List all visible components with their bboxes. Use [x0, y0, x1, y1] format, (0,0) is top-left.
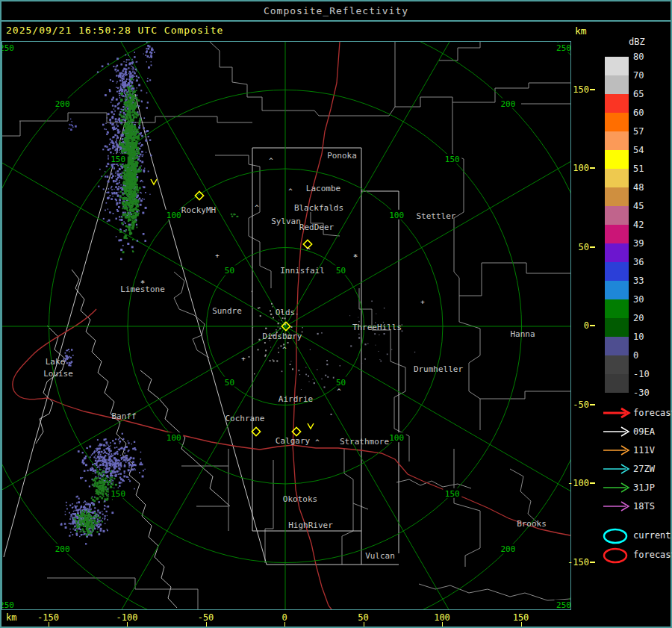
colorbar-box: [605, 243, 629, 262]
echo-cluster: [60, 496, 114, 545]
colorbar-box: [605, 206, 629, 225]
ellipse-icon: [602, 527, 632, 545]
vector-arrow-icon: [602, 461, 632, 477]
legend-row-09EA: 09EA: [597, 423, 672, 440]
window-title: Composite_Reflectivity: [264, 5, 408, 16]
right-axis-tick-label: -100: [567, 478, 589, 488]
colorbar-tick-label: 51: [633, 164, 644, 174]
right-axis-tick: [590, 167, 595, 169]
caret-marker-icon: ^: [315, 438, 320, 446]
right-axis-tick-label: 50: [579, 242, 589, 252]
caret-marker-icon: ^: [306, 246, 311, 254]
colorbar-box: [605, 281, 629, 299]
city-label-louise: Louise: [43, 369, 73, 379]
bottom-axis-tick: [206, 622, 207, 627]
city-label-rockymh: RockyMH: [181, 205, 216, 215]
colorbar-box: [605, 262, 629, 281]
city-label-threehills: ThreeHills: [352, 323, 402, 332]
city-label-highriver: HighRiver: [288, 520, 333, 530]
ring-label-200: 200: [500, 544, 515, 554]
colorbar-box: [605, 150, 629, 169]
city-label-airdrie: Airdrie: [279, 394, 313, 404]
bottom-axis-tick-label: 0: [281, 612, 287, 623]
ring-label-200: 200: [500, 99, 515, 109]
colorbar-tick-label: -10: [633, 369, 650, 379]
ring-label-200: 200: [55, 544, 70, 554]
city-label-brooks: Brooks: [517, 519, 547, 529]
caret-marker-icon: ^: [288, 187, 293, 195]
bottom-axis-tick: [127, 622, 128, 627]
city-label-reddeer: RedDeer: [299, 223, 335, 232]
coverage-outline: [4, 94, 399, 565]
ring-label-50: 50: [336, 378, 346, 388]
bottom-axis-unit-label: km: [6, 612, 16, 623]
right-axis-tick-label: 150: [573, 84, 589, 95]
radar-map-canvas[interactable]: 5050505010010010010015015015015020020020…: [2, 42, 570, 609]
city-label-calgary: Calgary: [276, 436, 311, 446]
legend-panel: dBZ 807065605754514845423936333020100-10…: [597, 22, 672, 627]
caret-marker-icon: ^: [255, 204, 259, 211]
right-axis-tick: [590, 325, 595, 326]
radar-map[interactable]: 5050505010010010010015015015015020020020…: [1, 41, 571, 610]
legend-label: 27ZW: [633, 464, 655, 474]
bottom-axis-tick-label: -150: [37, 612, 59, 623]
colorbar-box: [605, 75, 629, 94]
city-label-didsbury: Didsbury: [263, 332, 302, 341]
colorbar-tick-label: 36: [633, 257, 644, 267]
city-label-blackfalds: Blackfalds: [294, 203, 343, 213]
plus-marker-icon: +: [215, 252, 220, 259]
ring-label-50: 50: [225, 266, 234, 276]
right-axis-tick-label: -50: [573, 400, 589, 410]
colorbar-box: [605, 187, 629, 206]
ring-label-50: 50: [225, 378, 234, 388]
vee-marker-icon: [308, 423, 314, 429]
ring-label-150: 150: [445, 155, 460, 164]
vector-arrow-icon: [602, 479, 632, 496]
colorbar-tick-label: -30: [633, 388, 650, 398]
vector-arrow-icon: [602, 498, 632, 514]
bottom-axis-tick: [442, 622, 443, 627]
city-label-okotoks: Okotoks: [283, 494, 317, 504]
legend-row-18TS: 18TS: [597, 498, 672, 514]
ring-label-100: 100: [167, 433, 181, 443]
colorbar-tick-label: 0: [633, 350, 638, 361]
colorbar-box: [605, 355, 629, 374]
ring-label-150: 150: [111, 155, 125, 164]
title-bar: Composite_Reflectivity: [1, 1, 671, 22]
foothill-boundaries: [36, 270, 230, 608]
legend-label: 111V: [633, 445, 655, 456]
colorbar-tick-label: 10: [633, 332, 644, 342]
legend-row-current-ellipse: current: [597, 527, 672, 544]
colorbar-box: [605, 337, 629, 355]
caret-marker-icon: ^: [337, 388, 341, 395]
right-axis-tick-label: 100: [573, 163, 589, 173]
right-axis: 150100500-50-100-150: [570, 41, 595, 609]
bottom-axis-tick: [49, 622, 49, 627]
ellipse-icon: [602, 547, 632, 565]
asterisk-marker-icon: *: [353, 252, 358, 262]
city-label-sundre: Sundre: [212, 306, 242, 316]
colorbar-box: [605, 299, 629, 318]
bottom-axis-tick-label: 50: [358, 612, 368, 623]
echo-cluster: [231, 214, 239, 217]
city-label-lake: Lake: [46, 357, 66, 367]
ring-label-200: 200: [55, 99, 70, 109]
ring-label-150: 150: [111, 489, 125, 499]
legend-label: forecast: [633, 408, 672, 418]
colorbar-box: [605, 57, 629, 75]
bottom-axis-tick-label: -50: [198, 612, 214, 623]
colorbar-tick-label: 42: [633, 220, 644, 230]
right-axis-unit-label: km: [575, 25, 587, 37]
bottom-axis-tick: [284, 622, 285, 627]
bottom-axis-tick: [364, 622, 364, 627]
colorbar-tick-label: 48: [633, 182, 644, 193]
city-label-banff: Banff: [111, 411, 136, 421]
colorbar-box: [605, 169, 629, 187]
legend-row-31JP: 31JP: [597, 479, 672, 496]
city-labels: PonokaLacombeBlackfaldsSylvanRedDeerRock…: [43, 151, 547, 561]
colorbar-box: [605, 94, 629, 113]
city-label-hanna: Hanna: [510, 329, 535, 339]
timestamp-label: 2025/09/21 16:50:28 UTC Composite: [6, 25, 223, 36]
right-axis-tick: [590, 482, 595, 484]
asterisk-marker-icon: *: [140, 279, 146, 288]
